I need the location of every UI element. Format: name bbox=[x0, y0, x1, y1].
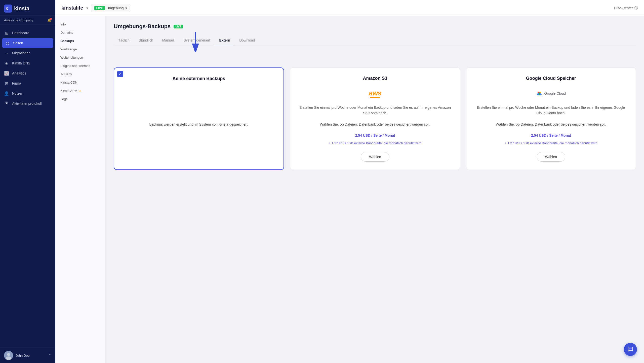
firma-icon: ⊟ bbox=[4, 81, 9, 86]
svg-point-8 bbox=[540, 92, 541, 93]
seiten-icon: ◎ bbox=[5, 41, 10, 46]
sidebar-item-label: Kinsta DNS bbox=[12, 61, 30, 65]
sidebar-header: K kinsta bbox=[0, 0, 55, 16]
svg-point-9 bbox=[539, 93, 540, 95]
analytics-icon: 📈 bbox=[4, 71, 9, 76]
card-check-icon: ✓ bbox=[117, 71, 123, 77]
sidebar-item-label: Firma bbox=[12, 81, 21, 85]
sidebar-item-firma[interactable]: ⊟ Firma bbox=[0, 78, 55, 88]
card-price-1: 2.54 USD / Seite / Monat bbox=[355, 132, 395, 139]
env-selector[interactable]: LIVE Umgebung ▾ bbox=[91, 4, 130, 12]
card-desc-0: Backups werden erstellt und im System vo… bbox=[149, 122, 249, 127]
svg-point-7 bbox=[538, 92, 539, 93]
card-keine-externen[interactable]: ✓ Keine externen Backups Backups werden … bbox=[114, 67, 284, 170]
main-content: kinstalife ▾ LIVE Umgebung ▾ Hilfe-Cente… bbox=[55, 0, 644, 363]
left-panel-item-logs[interactable]: Logs bbox=[55, 95, 105, 103]
card-price-detail-1: + 1.27 USD / GB externe Bandbreite, die … bbox=[329, 141, 421, 146]
svg-point-11 bbox=[630, 349, 631, 349]
site-dropdown-arrow[interactable]: ▾ bbox=[86, 6, 88, 10]
left-panel-item-weiterleitungen[interactable]: Weiterleitungen bbox=[55, 53, 105, 62]
sidebar-nav: ⊞ Dashboard ◎ Seiten → Migrationen ◈ Kin… bbox=[0, 25, 55, 348]
chat-button[interactable] bbox=[624, 343, 637, 356]
card-price-2: 2.54 USD / Seite / Monat bbox=[531, 132, 571, 139]
card-google-cloud[interactable]: Google Cloud Speicher Google Cloud bbox=[466, 67, 636, 170]
page-title: Umgebungs-Backups bbox=[114, 23, 171, 30]
tab-system-generiert[interactable]: System generiert bbox=[179, 36, 215, 45]
kinsta-dns-icon: ◈ bbox=[4, 61, 9, 66]
warning-icon: ⚠ bbox=[79, 89, 82, 93]
tab-stundlich[interactable]: Stündlich bbox=[134, 36, 158, 45]
cards-container: ✓ Keine externen Backups Backups werden … bbox=[114, 67, 636, 170]
sidebar-item-analytics[interactable]: 📈 Analytics bbox=[0, 68, 55, 78]
sidebar-item-nutzer[interactable]: 👤 Nutzer bbox=[0, 88, 55, 98]
avatar bbox=[4, 351, 13, 360]
gcloud-text: Google Cloud bbox=[544, 91, 566, 95]
left-panel-item-ip-deny[interactable]: IP Deny bbox=[55, 70, 105, 78]
card-button-1[interactable]: Wählen bbox=[361, 152, 389, 162]
sidebar-item-seiten[interactable]: ◎ Seiten bbox=[2, 38, 53, 48]
sidebar-footer: John Doe ⌃ bbox=[0, 348, 55, 363]
tab-extern[interactable]: Extern bbox=[215, 36, 235, 45]
card-desc-1: Erstellen Sie einmal pro Woche oder Mona… bbox=[297, 105, 453, 127]
help-center-icon: ⓘ bbox=[634, 6, 638, 10]
left-panel-item-info[interactable]: Info bbox=[55, 20, 105, 28]
card-amazon-s3[interactable]: Amazon S3 aws Erstellen Sie einmal pro W… bbox=[290, 67, 460, 170]
svg-point-3 bbox=[7, 353, 10, 356]
left-panel-item-plugins-themes[interactable]: Plugins and Themes bbox=[55, 62, 105, 70]
svg-point-10 bbox=[629, 349, 630, 349]
dashboard-icon: ⊞ bbox=[4, 30, 9, 35]
gcloud-icon bbox=[536, 90, 542, 96]
user-info[interactable]: John Doe bbox=[4, 351, 30, 360]
sidebar-item-aktivitatenprotokoll[interactable]: 👁 Aktivitätenprotokoll bbox=[0, 98, 55, 108]
sidebar-logo: K kinsta bbox=[4, 5, 29, 13]
company-name: Awesome Company bbox=[4, 18, 33, 22]
sidebar-item-dashboard[interactable]: ⊞ Dashboard bbox=[0, 28, 55, 38]
expand-icon[interactable]: ⌃ bbox=[48, 353, 51, 358]
sidebar-item-kinsta-dns[interactable]: ◈ Kinsta DNS bbox=[0, 58, 55, 68]
chat-icon bbox=[627, 346, 633, 352]
left-panel-item-kinsta-cdn[interactable]: Kinsta CDN bbox=[55, 78, 105, 87]
card-price-detail-2: + 1.27 USD / GB externe Bandbreite, die … bbox=[505, 141, 597, 146]
sidebar-item-migrationen[interactable]: → Migrationen bbox=[0, 48, 55, 58]
backup-tabs: Täglich Stündlich Manuell System generie… bbox=[114, 36, 636, 45]
aws-logo: aws bbox=[369, 87, 381, 100]
help-center-label: Hilfe-Center bbox=[614, 6, 633, 10]
tab-manuell[interactable]: Manuell bbox=[158, 36, 179, 45]
card-title-0: Keine externen Backups bbox=[173, 76, 225, 81]
left-panel-item-werkzeuge[interactable]: Werkzeuge bbox=[55, 45, 105, 53]
card-title-2: Google Cloud Speicher bbox=[526, 76, 576, 81]
card-button-2[interactable]: Wählen bbox=[537, 152, 565, 162]
env-label: Umgebung bbox=[106, 6, 124, 10]
sidebar-item-label: Migrationen bbox=[12, 51, 30, 55]
page-title-row: Umgebungs-Backups LIVE bbox=[114, 23, 636, 30]
sidebar-item-label: Dashboard bbox=[12, 31, 29, 35]
site-name: kinstalife bbox=[61, 5, 83, 11]
notification-bell[interactable]: 🔔 bbox=[47, 18, 51, 22]
svg-text:K: K bbox=[6, 7, 9, 11]
left-panel-item-backups[interactable]: Backups bbox=[55, 37, 105, 45]
sidebar-item-label: Seiten bbox=[13, 41, 23, 45]
notification-dot bbox=[50, 18, 52, 20]
aws-text: aws bbox=[369, 89, 381, 97]
logo-text: kinsta bbox=[14, 5, 29, 12]
header-left: kinstalife ▾ LIVE Umgebung ▾ bbox=[61, 4, 130, 12]
svg-point-12 bbox=[631, 349, 632, 349]
left-panel: Info Domains Backups Werkzeuge Weiterlei… bbox=[55, 16, 106, 363]
main-panel: Umgebungs-Backups LIVE Täglich Stündlich… bbox=[106, 16, 644, 363]
sidebar-company[interactable]: Awesome Company 🔔 bbox=[0, 16, 55, 25]
tab-download[interactable]: Download bbox=[235, 36, 259, 45]
avatar-image bbox=[4, 351, 13, 360]
tab-taglich[interactable]: Täglich bbox=[114, 36, 134, 45]
left-panel-item-kinsta-apm[interactable]: Kinsta APM ⚠ bbox=[55, 87, 105, 95]
live-badge: LIVE bbox=[94, 6, 105, 10]
sidebar-item-label: Nutzer bbox=[12, 91, 22, 95]
migrationen-icon: → bbox=[4, 51, 9, 56]
page-live-badge: LIVE bbox=[174, 25, 183, 28]
gcloud-logo: Google Cloud bbox=[536, 87, 566, 100]
aws-underline bbox=[370, 97, 380, 98]
help-center[interactable]: Hilfe-Center ⓘ bbox=[614, 6, 638, 10]
kinsta-logo-icon: K bbox=[4, 5, 12, 13]
content-area: Info Domains Backups Werkzeuge Weiterlei… bbox=[55, 16, 644, 363]
aktivitat-icon: 👁 bbox=[4, 101, 9, 106]
left-panel-item-domains[interactable]: Domains bbox=[55, 28, 105, 37]
